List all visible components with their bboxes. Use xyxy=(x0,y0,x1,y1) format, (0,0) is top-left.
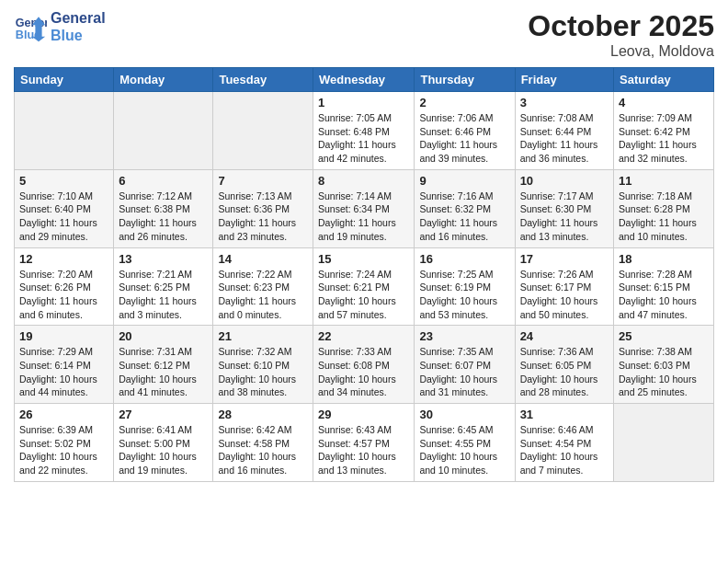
calendar-cell: 23Sunrise: 7:35 AM Sunset: 6:07 PM Dayli… xyxy=(415,326,515,404)
day-info: Sunrise: 7:09 AM Sunset: 6:42 PM Dayligh… xyxy=(619,111,709,166)
calendar-cell: 18Sunrise: 7:28 AM Sunset: 6:15 PM Dayli… xyxy=(614,247,714,326)
calendar-cell xyxy=(614,404,714,482)
logo: General Blue General Blue xyxy=(14,9,106,44)
day-of-week-header: Wednesday xyxy=(313,68,415,92)
day-info: Sunrise: 7:28 AM Sunset: 6:15 PM Dayligh… xyxy=(619,268,709,322)
day-info: Sunrise: 7:38 AM Sunset: 6:03 PM Dayligh… xyxy=(619,345,709,399)
day-info: Sunrise: 7:10 AM Sunset: 6:40 PM Dayligh… xyxy=(19,190,108,244)
day-info: Sunrise: 6:45 AM Sunset: 4:55 PM Dayligh… xyxy=(419,423,509,477)
day-number: 31 xyxy=(520,408,609,421)
day-info: Sunrise: 7:31 AM Sunset: 6:12 PM Dayligh… xyxy=(119,345,208,399)
logo-general: General xyxy=(51,9,106,27)
day-info: Sunrise: 7:25 AM Sunset: 6:19 PM Dayligh… xyxy=(419,268,509,322)
header: General Blue General Blue October 2025 L… xyxy=(14,9,714,60)
day-number: 14 xyxy=(218,252,308,266)
day-info: Sunrise: 7:08 AM Sunset: 6:44 PM Dayligh… xyxy=(520,111,609,166)
calendar-cell xyxy=(213,92,313,170)
day-number: 24 xyxy=(520,329,609,343)
calendar-cell: 15Sunrise: 7:24 AM Sunset: 6:21 PM Dayli… xyxy=(313,247,415,326)
calendar-cell: 27Sunrise: 6:41 AM Sunset: 5:00 PM Dayli… xyxy=(114,404,213,482)
calendar-cell: 13Sunrise: 7:21 AM Sunset: 6:25 PM Dayli… xyxy=(114,247,213,326)
day-number: 1 xyxy=(318,96,409,109)
calendar-cell xyxy=(114,92,213,170)
calendar-cell: 9Sunrise: 7:16 AM Sunset: 6:32 PM Daylig… xyxy=(415,169,515,247)
day-number: 25 xyxy=(619,329,709,343)
day-info: Sunrise: 7:20 AM Sunset: 6:26 PM Dayligh… xyxy=(19,268,108,322)
day-info: Sunrise: 6:39 AM Sunset: 5:02 PM Dayligh… xyxy=(19,423,108,477)
day-info: Sunrise: 7:17 AM Sunset: 6:30 PM Dayligh… xyxy=(520,190,609,244)
day-number: 21 xyxy=(218,329,308,343)
day-number: 27 xyxy=(119,408,208,421)
calendar-cell: 30Sunrise: 6:45 AM Sunset: 4:55 PM Dayli… xyxy=(415,404,515,482)
day-info: Sunrise: 7:36 AM Sunset: 6:05 PM Dayligh… xyxy=(520,345,609,399)
calendar-week-row: 5Sunrise: 7:10 AM Sunset: 6:40 PM Daylig… xyxy=(15,169,714,247)
day-number: 23 xyxy=(419,329,509,343)
day-info: Sunrise: 7:33 AM Sunset: 6:08 PM Dayligh… xyxy=(318,345,409,399)
day-info: Sunrise: 7:26 AM Sunset: 6:17 PM Dayligh… xyxy=(520,268,609,322)
day-info: Sunrise: 7:06 AM Sunset: 6:46 PM Dayligh… xyxy=(419,111,509,166)
day-number: 7 xyxy=(218,174,308,188)
day-info: Sunrise: 7:13 AM Sunset: 6:36 PM Dayligh… xyxy=(218,190,308,244)
calendar-cell: 31Sunrise: 6:46 AM Sunset: 4:54 PM Dayli… xyxy=(515,404,613,482)
day-info: Sunrise: 6:41 AM Sunset: 5:00 PM Dayligh… xyxy=(119,423,208,477)
page-container: General Blue General Blue October 2025 L… xyxy=(0,0,728,496)
day-number: 18 xyxy=(619,252,709,266)
calendar-cell: 4Sunrise: 7:09 AM Sunset: 6:42 PM Daylig… xyxy=(614,92,714,170)
day-number: 8 xyxy=(318,174,409,188)
month-year-title: October 2025 xyxy=(528,9,714,43)
day-info: Sunrise: 6:46 AM Sunset: 4:54 PM Dayligh… xyxy=(520,423,609,477)
calendar-header-row: SundayMondayTuesdayWednesdayThursdayFrid… xyxy=(15,68,714,92)
day-number: 16 xyxy=(419,252,509,266)
calendar-cell: 6Sunrise: 7:12 AM Sunset: 6:38 PM Daylig… xyxy=(114,169,213,247)
calendar-cell: 28Sunrise: 6:42 AM Sunset: 4:58 PM Dayli… xyxy=(213,404,313,482)
day-number: 2 xyxy=(419,96,509,109)
day-info: Sunrise: 7:32 AM Sunset: 6:10 PM Dayligh… xyxy=(218,345,308,399)
day-info: Sunrise: 7:05 AM Sunset: 6:48 PM Dayligh… xyxy=(318,111,409,166)
calendar-week-row: 19Sunrise: 7:29 AM Sunset: 6:14 PM Dayli… xyxy=(15,326,714,404)
day-number: 19 xyxy=(19,329,108,343)
calendar-cell: 12Sunrise: 7:20 AM Sunset: 6:26 PM Dayli… xyxy=(15,247,114,326)
day-info: Sunrise: 7:24 AM Sunset: 6:21 PM Dayligh… xyxy=(318,268,409,322)
calendar-cell: 1Sunrise: 7:05 AM Sunset: 6:48 PM Daylig… xyxy=(313,92,415,170)
day-info: Sunrise: 7:18 AM Sunset: 6:28 PM Dayligh… xyxy=(619,190,709,244)
calendar-cell: 16Sunrise: 7:25 AM Sunset: 6:19 PM Dayli… xyxy=(415,247,515,326)
calendar-cell: 22Sunrise: 7:33 AM Sunset: 6:08 PM Dayli… xyxy=(313,326,415,404)
calendar-week-row: 12Sunrise: 7:20 AM Sunset: 6:26 PM Dayli… xyxy=(15,247,714,326)
calendar-cell: 7Sunrise: 7:13 AM Sunset: 6:36 PM Daylig… xyxy=(213,169,313,247)
day-info: Sunrise: 6:43 AM Sunset: 4:57 PM Dayligh… xyxy=(318,423,409,477)
calendar-cell: 26Sunrise: 6:39 AM Sunset: 5:02 PM Dayli… xyxy=(15,404,114,482)
day-number: 29 xyxy=(318,408,409,421)
day-number: 22 xyxy=(318,329,409,343)
day-number: 13 xyxy=(119,252,208,266)
day-info: Sunrise: 7:12 AM Sunset: 6:38 PM Dayligh… xyxy=(119,190,208,244)
calendar-cell xyxy=(15,92,114,170)
location-label: Leova, Moldova xyxy=(528,43,714,60)
calendar-cell: 24Sunrise: 7:36 AM Sunset: 6:05 PM Dayli… xyxy=(515,326,613,404)
day-number: 12 xyxy=(19,252,108,266)
day-number: 11 xyxy=(619,174,709,188)
day-number: 4 xyxy=(619,96,709,109)
day-number: 30 xyxy=(419,408,509,421)
calendar-cell: 19Sunrise: 7:29 AM Sunset: 6:14 PM Dayli… xyxy=(15,326,114,404)
day-info: Sunrise: 7:29 AM Sunset: 6:14 PM Dayligh… xyxy=(19,345,108,399)
day-number: 10 xyxy=(520,174,609,188)
logo-text: General Blue xyxy=(51,9,106,44)
day-of-week-header: Saturday xyxy=(614,68,714,92)
day-number: 26 xyxy=(19,408,108,421)
day-of-week-header: Monday xyxy=(114,68,213,92)
day-number: 17 xyxy=(520,252,609,266)
calendar-cell: 2Sunrise: 7:06 AM Sunset: 6:46 PM Daylig… xyxy=(415,92,515,170)
day-number: 15 xyxy=(318,252,409,266)
calendar-week-row: 1Sunrise: 7:05 AM Sunset: 6:48 PM Daylig… xyxy=(15,92,714,170)
calendar-cell: 10Sunrise: 7:17 AM Sunset: 6:30 PM Dayli… xyxy=(515,169,613,247)
calendar-week-row: 26Sunrise: 6:39 AM Sunset: 5:02 PM Dayli… xyxy=(15,404,714,482)
calendar-cell: 11Sunrise: 7:18 AM Sunset: 6:28 PM Dayli… xyxy=(614,169,714,247)
day-number: 20 xyxy=(119,329,208,343)
day-number: 6 xyxy=(119,174,208,188)
day-of-week-header: Thursday xyxy=(415,68,515,92)
logo-icon: General Blue xyxy=(14,10,47,43)
calendar-cell: 5Sunrise: 7:10 AM Sunset: 6:40 PM Daylig… xyxy=(15,169,114,247)
day-info: Sunrise: 7:21 AM Sunset: 6:25 PM Dayligh… xyxy=(119,268,208,322)
day-info: Sunrise: 7:16 AM Sunset: 6:32 PM Dayligh… xyxy=(419,190,509,244)
calendar-cell: 21Sunrise: 7:32 AM Sunset: 6:10 PM Dayli… xyxy=(213,326,313,404)
